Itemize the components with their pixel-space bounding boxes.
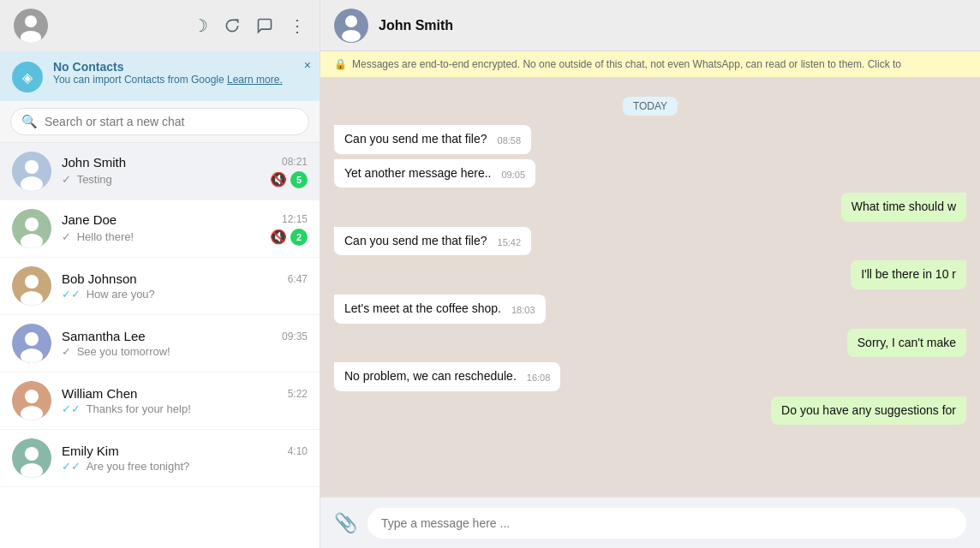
svg-point-22 bbox=[345, 15, 357, 27]
lock-icon: 🔒 bbox=[334, 58, 347, 70]
attach-icon[interactable]: 📎 bbox=[334, 512, 357, 534]
message-bubble: No problem, we can reschedule. 16:08 bbox=[334, 362, 560, 391]
search-wrap: 🔍 bbox=[10, 108, 309, 135]
chat-info-john-smith: John Smith 08:21 ✓ Testing 🔇 5 bbox=[62, 155, 308, 188]
chat-time: 4:10 bbox=[288, 445, 308, 457]
svg-point-13 bbox=[25, 332, 39, 346]
right-panel: John Smith 🔒 Messages are end-to-end enc… bbox=[320, 0, 980, 548]
chat-header: John Smith bbox=[320, 0, 980, 51]
avatar-samantha-lee bbox=[12, 324, 51, 363]
learn-more-link[interactable]: Learn more. bbox=[227, 74, 283, 86]
message-text: Can you send me that file? bbox=[344, 131, 487, 148]
avatar-emily-kim bbox=[12, 438, 51, 478]
banner-close-button[interactable]: × bbox=[304, 58, 311, 72]
message-text: I'll be there in 10 r bbox=[861, 266, 956, 283]
chat-item-bob-johnson[interactable]: Bob Johnson 6:47 ✓✓ How are you? bbox=[0, 258, 320, 315]
chat-info-bob-johnson: Bob Johnson 6:47 ✓✓ How are you? bbox=[62, 271, 308, 301]
message-bubble: Sorry, I can't make bbox=[847, 329, 966, 358]
avatar-jane-doe bbox=[12, 209, 51, 248]
chat-name: William Chen bbox=[62, 386, 137, 401]
banner-body: You can import Contacts from Google Lear… bbox=[53, 74, 283, 86]
chat-info-samantha-lee: Samantha Lee 09:35 ✓ See you tomorrow! bbox=[62, 329, 308, 358]
message-time: 18:03 bbox=[511, 304, 535, 317]
banner-title: No Contacts bbox=[53, 60, 283, 74]
svg-point-16 bbox=[25, 390, 39, 403]
chat-info-william-chen: William Chen 5:22 ✓✓ Thanks for your hel… bbox=[62, 386, 308, 415]
message-bubble: I'll be there in 10 r bbox=[851, 260, 966, 289]
chat-item-jane-doe[interactable]: Jane Doe 12:15 ✓ Hello there! 🔇 2 bbox=[0, 200, 320, 258]
tick-icon: ✓✓ bbox=[62, 460, 84, 473]
message-bubble: Do you have any suggestions for bbox=[771, 396, 966, 426]
date-divider: TODAY bbox=[334, 98, 966, 113]
message-text: Yet another message here.. bbox=[344, 165, 492, 182]
chat-badges: 🔇 5 bbox=[270, 171, 308, 188]
chat-time: 09:35 bbox=[282, 331, 308, 342]
chat-info-jane-doe: Jane Doe 12:15 ✓ Hello there! 🔇 2 bbox=[62, 212, 308, 246]
chat-preview: ✓✓ Thanks for your help! bbox=[62, 402, 191, 415]
message-time: 09:05 bbox=[502, 169, 526, 182]
contact-avatar[interactable] bbox=[334, 9, 368, 43]
message-bubble: Can you send me that file? 08:58 bbox=[334, 125, 531, 154]
chat-time: 12:15 bbox=[282, 213, 308, 225]
tick-icon: ✓ bbox=[62, 230, 75, 243]
chat-item-william-chen[interactable]: William Chen 5:22 ✓✓ Thanks for your hel… bbox=[0, 372, 320, 430]
message-text: Sorry, I can't make bbox=[858, 335, 956, 352]
message-text: No problem, we can reschedule. bbox=[344, 368, 517, 385]
moon-icon[interactable]: ☽ bbox=[193, 15, 208, 36]
left-panel: ☽ ⋮ ◈ No Contacts You can import Contact… bbox=[0, 0, 320, 548]
encryption-notice: 🔒 Messages are end-to-end encrypted. No … bbox=[320, 51, 980, 77]
chat-preview: ✓ Testing bbox=[62, 173, 112, 186]
avatar-william-chen bbox=[12, 381, 51, 420]
chat-name: Emily Kim bbox=[62, 444, 119, 458]
chat-preview: ✓✓ Are you free tonight? bbox=[62, 460, 189, 473]
message-bubble: What time should w bbox=[841, 193, 966, 222]
message-input[interactable] bbox=[368, 508, 966, 539]
search-input[interactable] bbox=[45, 115, 298, 128]
more-icon[interactable]: ⋮ bbox=[289, 15, 306, 36]
chat-info-emily-kim: Emily Kim 4:10 ✓✓ Are you free tonight? bbox=[62, 444, 308, 473]
search-icon: 🔍 bbox=[21, 114, 38, 129]
contact-name: John Smith bbox=[379, 18, 966, 33]
chat-time: 08:21 bbox=[282, 156, 308, 168]
left-header: ☽ ⋮ bbox=[0, 0, 320, 51]
chat-name: Bob Johnson bbox=[62, 271, 137, 286]
chat-item-john-smith[interactable]: John Smith 08:21 ✓ Testing 🔇 5 bbox=[0, 143, 320, 200]
message-text: Do you have any suggestions for bbox=[781, 402, 956, 420]
mute-icon: 🔇 bbox=[270, 229, 287, 245]
chat-preview: ✓ See you tomorrow! bbox=[62, 345, 170, 358]
message-bubble: Can you send me that file? 15:42 bbox=[334, 227, 531, 256]
chat-name: Samantha Lee bbox=[62, 329, 146, 343]
tick-icon: ✓ bbox=[62, 173, 75, 186]
chat-icon[interactable] bbox=[256, 17, 273, 34]
header-icons: ☽ ⋮ bbox=[193, 15, 306, 36]
no-contacts-text: No Contacts You can import Contacts from… bbox=[53, 60, 283, 86]
refresh-icon[interactable] bbox=[224, 17, 241, 34]
chat-time: 5:22 bbox=[288, 388, 308, 400]
svg-point-10 bbox=[25, 275, 39, 289]
message-input-bar: 📎 bbox=[320, 497, 980, 548]
chat-preview: ✓ Hello there! bbox=[62, 230, 134, 243]
chat-messages: TODAY Can you send me that file? 08:58 Y… bbox=[320, 77, 980, 497]
no-contacts-icon: ◈ bbox=[12, 62, 43, 92]
chat-list: John Smith 08:21 ✓ Testing 🔇 5 bbox=[0, 143, 320, 548]
chat-item-samantha-lee[interactable]: Samantha Lee 09:35 ✓ See you tomorrow! bbox=[0, 315, 320, 372]
mute-icon: 🔇 bbox=[270, 171, 287, 188]
svg-point-19 bbox=[25, 447, 39, 461]
message-time: 08:58 bbox=[498, 134, 522, 147]
search-bar: 🔍 bbox=[0, 101, 320, 143]
chat-preview: ✓✓ How are you? bbox=[62, 288, 155, 301]
chat-name: Jane Doe bbox=[62, 212, 117, 227]
tick-icon: ✓✓ bbox=[62, 402, 84, 415]
chat-badges: 🔇 2 bbox=[270, 229, 308, 246]
avatar-bob-johnson bbox=[12, 266, 51, 306]
chat-item-emily-kim[interactable]: Emily Kim 4:10 ✓✓ Are you free tonight? bbox=[0, 430, 320, 487]
my-avatar[interactable] bbox=[14, 9, 48, 43]
svg-point-4 bbox=[25, 160, 39, 174]
badge-count: 2 bbox=[290, 229, 308, 246]
message-time: 15:42 bbox=[498, 236, 522, 249]
svg-point-7 bbox=[25, 217, 39, 231]
message-text: Can you send me that file? bbox=[344, 233, 487, 250]
message-time: 16:08 bbox=[527, 372, 551, 384]
chat-header-info: John Smith bbox=[379, 18, 966, 33]
message-bubble: Yet another message here.. 09:05 bbox=[334, 159, 535, 188]
